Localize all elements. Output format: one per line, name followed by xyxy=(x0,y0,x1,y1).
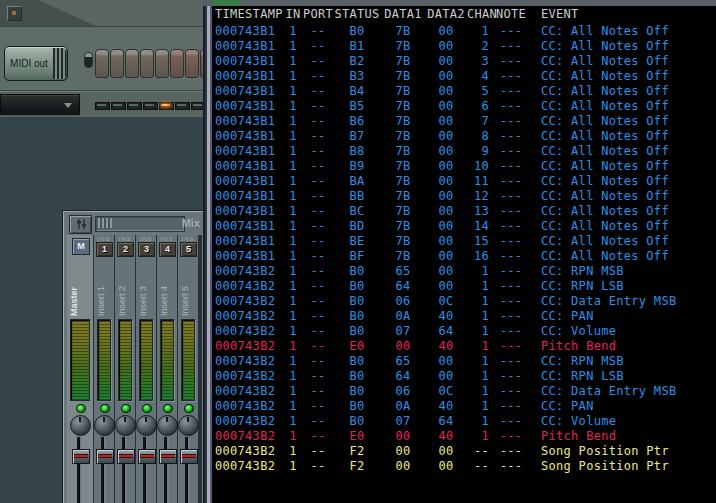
table-row[interactable]: 000743B21--E000401---Pitch Bend xyxy=(215,429,716,444)
pad-button-4[interactable] xyxy=(140,49,154,78)
cell-event: CC: All Notes Off xyxy=(529,144,716,159)
cell-in: 1 xyxy=(283,249,303,264)
cell-data1: 65 xyxy=(381,264,425,279)
fader-track xyxy=(77,437,82,503)
cell-status: B0 xyxy=(333,324,381,339)
volume-fader-handle[interactable] xyxy=(159,449,177,464)
table-row[interactable]: 000743B21--B007641---CC: Volume xyxy=(215,324,716,339)
cell-data1: 7B xyxy=(381,249,425,264)
mixer-strip-insert-5[interactable]: INS5Insert 5 xyxy=(178,235,198,503)
pad-button-5[interactable] xyxy=(155,49,169,78)
indicator-slot-1[interactable] xyxy=(95,102,110,110)
pan-knob[interactable] xyxy=(157,415,178,436)
mixer-titlebar[interactable]: Mix xyxy=(65,213,203,234)
mixer-strip-insert-2[interactable]: INS2Insert 2 xyxy=(115,235,135,503)
preset-dropdown[interactable] xyxy=(0,94,80,115)
table-row[interactable]: 000743B11--B77B008---CC: All Notes Off xyxy=(215,129,716,144)
cell-timestamp: 000743B2 xyxy=(215,264,283,279)
table-row[interactable]: 000743B11--B07B001---CC: All Notes Off xyxy=(215,24,716,39)
table-row[interactable]: 000743B11--BB7B0012---CC: All Notes Off xyxy=(215,189,716,204)
indicator-slot-2[interactable] xyxy=(111,102,126,110)
table-row[interactable]: 000743B21--E000401---Pitch Bend xyxy=(215,339,716,354)
table-row[interactable]: 000743B11--B37B004---CC: All Notes Off xyxy=(215,69,716,84)
volume-fader-handle[interactable] xyxy=(96,449,114,464)
plugin-options-button[interactable] xyxy=(7,6,22,21)
volume-fader-handle[interactable] xyxy=(180,449,198,464)
pan-knob[interactable] xyxy=(178,415,199,436)
peak-meter xyxy=(139,319,153,401)
cell-note: --- xyxy=(493,234,529,249)
table-row[interactable]: 000743B21--B0060C1---CC: Data Entry MSB xyxy=(215,384,716,399)
table-row[interactable]: 000743B11--B47B005---CC: All Notes Off xyxy=(215,84,716,99)
table-row[interactable]: 000743B21--B007641---CC: Volume xyxy=(215,414,716,429)
volume-fader-handle[interactable] xyxy=(117,449,135,464)
event-list-window-border[interactable] xyxy=(203,0,213,503)
cell-port: -- xyxy=(303,324,333,339)
indicator-slot-7[interactable] xyxy=(191,102,203,110)
cell-timestamp: 000743B1 xyxy=(215,189,283,204)
table-row[interactable]: 000743B11--BD7B0014---CC: All Notes Off xyxy=(215,219,716,234)
indicator-slot-6[interactable] xyxy=(175,102,190,110)
mixer-strip-insert-1[interactable]: INS1Insert 1 xyxy=(94,235,114,503)
cell-chan: 16 xyxy=(467,249,493,264)
table-row[interactable]: 000743B11--BA7B0011---CC: All Notes Off xyxy=(215,174,716,189)
cell-note: --- xyxy=(493,264,529,279)
table-row[interactable]: 000743B11--B17B002---CC: All Notes Off xyxy=(215,39,716,54)
cell-note: --- xyxy=(493,279,529,294)
cell-status: B3 xyxy=(333,69,381,84)
volume-fader-handle[interactable] xyxy=(72,449,90,464)
mixer-strip-master[interactable]: MMaster xyxy=(67,235,93,503)
pan-knob[interactable] xyxy=(94,415,115,436)
table-row[interactable]: 000743B21--B0060C1---CC: Data Entry MSB xyxy=(215,294,716,309)
insert-number-button[interactable]: 5 xyxy=(180,242,197,257)
table-row[interactable]: 000743B11--B27B003---CC: All Notes Off xyxy=(215,54,716,69)
mixer-display[interactable] xyxy=(95,216,185,232)
master-button[interactable]: M xyxy=(72,238,90,255)
table-row[interactable]: 000743B11--B57B006---CC: All Notes Off xyxy=(215,99,716,114)
midi-out-button[interactable]: MIDI out xyxy=(4,46,68,81)
led-zone xyxy=(157,401,177,414)
table-row[interactable]: 000743B11--BE7B0015---CC: All Notes Off xyxy=(215,234,716,249)
cell-chan: 8 xyxy=(467,129,493,144)
mixer-strip-insert-4[interactable]: INS4Insert 4 xyxy=(157,235,177,503)
cell-in: 1 xyxy=(283,309,303,324)
cell-data1: 7B xyxy=(381,189,425,204)
cell-timestamp: 000743B2 xyxy=(215,444,283,459)
table-row[interactable]: 000743B21--B00A401---CC: PAN xyxy=(215,309,716,324)
pad-button-2[interactable] xyxy=(110,49,124,78)
pan-knob[interactable] xyxy=(115,415,136,436)
table-row[interactable]: 000743B21--B065001---CC: RPN MSB xyxy=(215,264,716,279)
insert-number-button[interactable]: 2 xyxy=(117,242,134,257)
cell-note: --- xyxy=(493,84,529,99)
pad-button-1[interactable] xyxy=(95,49,109,78)
pad-button-6[interactable] xyxy=(170,49,184,78)
indicator-slot-3[interactable] xyxy=(127,102,142,110)
strip-header: INS3 xyxy=(136,235,156,256)
table-row[interactable]: 000743B11--BF7B0016---CC: All Notes Off xyxy=(215,249,716,264)
table-row[interactable]: 000743B21--B064001---CC: RPN LSB xyxy=(215,279,716,294)
table-row[interactable]: 000743B11--B87B009---CC: All Notes Off xyxy=(215,144,716,159)
cell-note: --- xyxy=(493,204,529,219)
table-row[interactable]: 000743B21--B00A401---CC: PAN xyxy=(215,399,716,414)
table-row[interactable]: 000743B21--F20000-----Song Position Ptr xyxy=(215,459,716,474)
cell-data1: 07 xyxy=(381,324,425,339)
indicator-slot-4[interactable] xyxy=(143,102,158,110)
table-row[interactable]: 000743B11--BC7B0013---CC: All Notes Off xyxy=(215,204,716,219)
table-row[interactable]: 000743B21--B065001---CC: RPN MSB xyxy=(215,354,716,369)
pad-button-3[interactable] xyxy=(125,49,139,78)
table-row[interactable]: 000743B11--B97B0010---CC: All Notes Off xyxy=(215,159,716,174)
insert-number-button[interactable]: 3 xyxy=(138,242,155,257)
pan-knob[interactable] xyxy=(70,415,91,436)
table-row[interactable]: 000743B11--B67B007---CC: All Notes Off xyxy=(215,114,716,129)
table-row[interactable]: 000743B21--B064001---CC: RPN LSB xyxy=(215,369,716,384)
insert-number-button[interactable]: 4 xyxy=(159,242,176,257)
indicator-slot-5[interactable] xyxy=(159,102,174,110)
table-row[interactable]: 000743B21--F20000-----Song Position Ptr xyxy=(215,444,716,459)
mixer-faders-icon-button[interactable] xyxy=(69,215,92,234)
pad-button-7[interactable] xyxy=(185,49,199,78)
insert-number-button[interactable]: 1 xyxy=(96,242,113,257)
pan-knob[interactable] xyxy=(136,415,157,436)
plugin-face: MIDI out xyxy=(0,27,203,90)
volume-fader-handle[interactable] xyxy=(138,449,156,464)
mixer-strip-insert-3[interactable]: INS3Insert 3 xyxy=(136,235,156,503)
